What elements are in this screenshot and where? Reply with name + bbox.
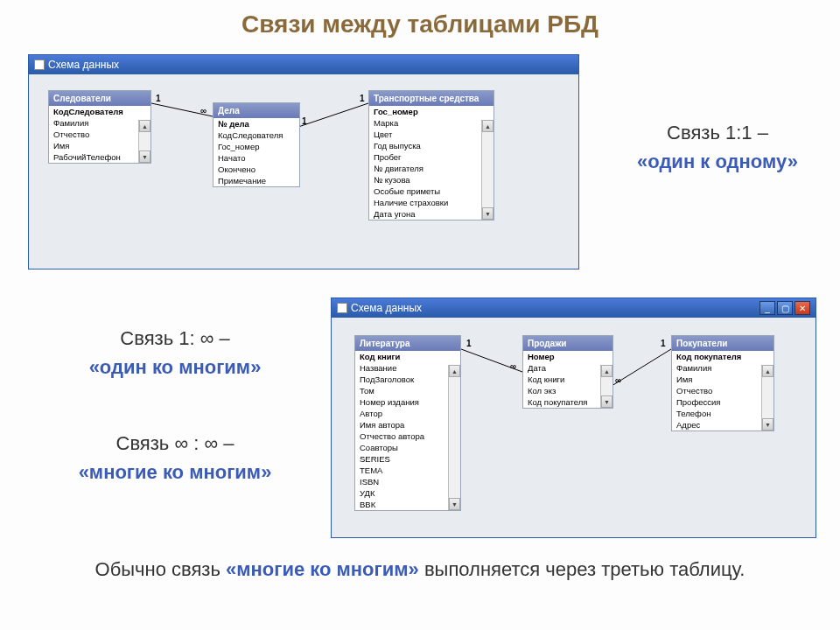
field[interactable]: № двигателя bbox=[369, 163, 481, 174]
field[interactable]: Код покупателя bbox=[672, 351, 761, 362]
maximize-button[interactable]: ▢ bbox=[777, 301, 793, 315]
field[interactable]: ВВК bbox=[355, 499, 448, 510]
schema-window-2: Схема данных _ ▢ ✕ 1 ∞ ∞ 1 Литература Ко… bbox=[331, 298, 816, 538]
field[interactable]: Номер bbox=[523, 351, 600, 362]
field[interactable]: Марка bbox=[369, 117, 481, 129]
field[interactable]: Гос_номер bbox=[369, 106, 481, 117]
schema-canvas-1[interactable]: 1 ∞ 1 1 Следователи КодСледователя Фамил… bbox=[29, 74, 578, 269]
schema-window-1: Схема данных 1 ∞ 1 1 Следователи КодСлед… bbox=[28, 54, 579, 270]
field[interactable]: Отчество автора bbox=[355, 430, 448, 442]
field[interactable]: Цвет bbox=[369, 129, 481, 140]
field[interactable]: Автор bbox=[355, 408, 448, 419]
rel-label-1-b: 1 bbox=[661, 339, 666, 348]
minimize-button[interactable]: _ bbox=[760, 301, 775, 315]
field[interactable]: УДК bbox=[355, 487, 448, 499]
titlebar-2: Схема данных _ ▢ ✕ bbox=[332, 298, 816, 318]
close-button[interactable]: ✕ bbox=[794, 301, 810, 315]
field[interactable]: Профессия bbox=[672, 396, 761, 408]
rel-label-1: 1 bbox=[156, 94, 161, 103]
entity-sales[interactable]: Продажи Номер Дата Код книги Кол экз Код… bbox=[522, 335, 613, 409]
field[interactable]: РабочийТелефон bbox=[49, 151, 138, 163]
scroll-track[interactable] bbox=[601, 377, 612, 396]
field[interactable]: Том bbox=[355, 385, 448, 396]
scroll-down-icon[interactable]: ▼ bbox=[482, 207, 494, 220]
scroll-track[interactable] bbox=[762, 377, 774, 418]
label-line: «многие ко многим» bbox=[35, 458, 315, 486]
scrollbar[interactable]: ▲ ▼ bbox=[138, 120, 150, 163]
scroll-track[interactable] bbox=[482, 132, 494, 207]
scrollbar[interactable]: ▲ ▼ bbox=[448, 365, 460, 510]
entity-header[interactable]: Транспортные средства bbox=[369, 91, 494, 106]
field[interactable]: Номер издания bbox=[355, 396, 448, 408]
rel-label-inf: ∞ bbox=[200, 106, 206, 116]
entity-header[interactable]: Следователи bbox=[49, 91, 150, 106]
field[interactable]: Особые приметы bbox=[369, 186, 481, 197]
field[interactable]: Примечание bbox=[214, 175, 299, 186]
field[interactable]: Фамилия bbox=[672, 362, 761, 374]
field[interactable]: КодСледователя bbox=[214, 130, 299, 141]
scrollbar[interactable]: ▲ ▼ bbox=[481, 120, 494, 220]
entity-cases[interactable]: Дела № дела КодСледователя Гос_номер Нач… bbox=[213, 102, 300, 187]
field[interactable]: Код покупателя bbox=[523, 396, 600, 408]
entity-header[interactable]: Дела bbox=[214, 103, 299, 118]
rel-label-1-b: 1 bbox=[302, 116, 307, 126]
entity-investigators[interactable]: Следователи КодСледователя Фамилия Отчес… bbox=[48, 90, 151, 164]
field[interactable]: Пробег bbox=[369, 151, 481, 163]
field[interactable]: Отчество bbox=[49, 129, 138, 140]
field[interactable]: № кузова bbox=[369, 174, 481, 186]
scroll-up-icon[interactable]: ▲ bbox=[482, 120, 494, 132]
field[interactable]: Окончено bbox=[214, 164, 299, 175]
scrollbar[interactable]: ▲ ▼ bbox=[600, 365, 612, 408]
scroll-down-icon[interactable]: ▼ bbox=[449, 498, 460, 510]
field[interactable]: № дела bbox=[214, 118, 299, 130]
field[interactable]: Код книги bbox=[523, 374, 600, 385]
scroll-up-icon[interactable]: ▲ bbox=[762, 365, 774, 377]
field[interactable]: Код книги bbox=[355, 351, 448, 362]
entity-literature[interactable]: Литература Код книги Название ПодЗаголов… bbox=[354, 335, 461, 511]
scroll-track[interactable] bbox=[449, 377, 460, 498]
scrollbar[interactable]: ▲ ▼ bbox=[761, 365, 774, 430]
field[interactable]: Год выпуска bbox=[369, 140, 481, 151]
entity-vehicles[interactable]: Транспортные средства Гос_номер Марка Цв… bbox=[368, 90, 494, 220]
field[interactable]: Дата угона bbox=[369, 208, 481, 220]
window-title: Схема данных bbox=[351, 302, 422, 314]
field[interactable]: Адрес bbox=[672, 419, 761, 430]
entity-buyers[interactable]: Покупатели Код покупателя Фамилия Имя От… bbox=[671, 335, 774, 431]
entity-header[interactable]: Продажи bbox=[523, 336, 612, 351]
scroll-up-icon[interactable]: ▲ bbox=[139, 120, 150, 132]
footer-part: «многие ко многим» bbox=[226, 558, 419, 580]
scroll-track[interactable] bbox=[139, 132, 150, 150]
field[interactable]: Кол экз bbox=[523, 385, 600, 396]
field[interactable]: Гос_номер bbox=[214, 141, 299, 152]
field[interactable]: Начато bbox=[214, 152, 299, 164]
slide-title: Связи между таблицами РБД bbox=[0, 0, 840, 47]
field[interactable]: Название bbox=[355, 362, 448, 374]
field[interactable]: Имя автора bbox=[355, 419, 448, 430]
entity-header[interactable]: Литература bbox=[355, 336, 460, 351]
field[interactable]: ПодЗаголовок bbox=[355, 374, 448, 385]
app-icon bbox=[34, 60, 45, 70]
field[interactable]: Телефон bbox=[672, 408, 761, 419]
scroll-down-icon[interactable]: ▼ bbox=[139, 150, 150, 163]
field[interactable]: Дата bbox=[523, 362, 600, 374]
field[interactable]: Соавторы bbox=[355, 442, 448, 453]
field[interactable]: Отчество bbox=[672, 385, 761, 396]
field[interactable]: Имя bbox=[49, 140, 138, 151]
scroll-down-icon[interactable]: ▼ bbox=[601, 396, 612, 408]
scroll-up-icon[interactable]: ▲ bbox=[449, 365, 460, 377]
scroll-down-icon[interactable]: ▼ bbox=[762, 418, 774, 430]
field[interactable]: ISBN bbox=[355, 476, 448, 487]
text-many-to-many: Связь ∞ : ∞ – «многие ко многим» bbox=[35, 429, 315, 486]
schema-canvas-2[interactable]: 1 ∞ ∞ 1 Литература Код книги Название По… bbox=[332, 318, 816, 537]
window-title: Схема данных bbox=[48, 59, 119, 71]
field[interactable]: Имя bbox=[672, 374, 761, 385]
entity-header[interactable]: Покупатели bbox=[672, 336, 774, 351]
field[interactable]: КодСледователя bbox=[49, 106, 138, 117]
field[interactable]: ТЕМА bbox=[355, 465, 448, 476]
label-line: Связь ∞ : ∞ – bbox=[35, 429, 315, 458]
scroll-up-icon[interactable]: ▲ bbox=[601, 365, 612, 377]
field[interactable]: Наличие страховки bbox=[369, 197, 481, 208]
app-icon bbox=[337, 303, 347, 313]
field[interactable]: SERIES bbox=[355, 453, 448, 465]
field[interactable]: Фамилия bbox=[49, 117, 138, 129]
